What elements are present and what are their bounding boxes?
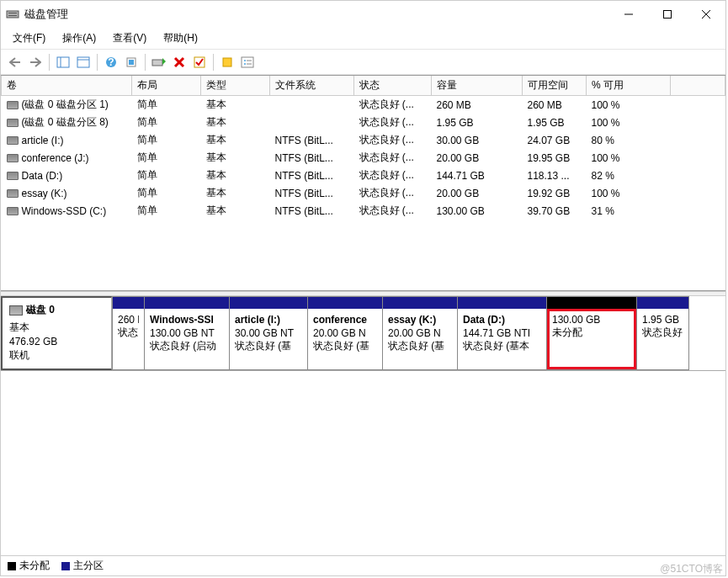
disk-info[interactable]: 磁盘 0 基本 476.92 GB 联机 (1, 296, 112, 370)
svg-rect-14 (129, 60, 134, 65)
back-button[interactable] (6, 53, 24, 72)
volume-icon (7, 207, 19, 215)
partition[interactable]: article (I:)30.00 GB NT状态良好 (基 (230, 296, 308, 370)
properties-button[interactable] (74, 53, 93, 72)
app-icon (6, 8, 19, 21)
partition[interactable]: Windows-SSI130.00 GB NT状态良好 (启动 (145, 296, 230, 370)
col-pct[interactable]: % 可用 (587, 76, 671, 96)
help-button[interactable]: ? (102, 53, 120, 72)
table-row[interactable]: essay (K:)简单基本NTFS (BitL...状态良好 (...20.0… (2, 184, 725, 202)
table-row[interactable]: (磁盘 0 磁盘分区 1)简单基本状态良好 (...260 MB260 MB10… (2, 96, 725, 114)
menu-file[interactable]: 文件(F) (4, 28, 54, 49)
col-extra[interactable] (671, 76, 725, 96)
minimize-button[interactable] (609, 1, 648, 28)
legend-unalloc-icon (8, 562, 16, 570)
partition[interactable]: 1.95 GB状态良好 (637, 296, 689, 370)
col-layout[interactable]: 布局 (132, 76, 201, 96)
partition[interactable]: essay (K:)20.00 GB N状态良好 (基 (383, 296, 458, 370)
window-title: 磁盘管理 (24, 7, 609, 22)
col-free[interactable]: 可用空间 (523, 76, 587, 96)
toolbar: ? (1, 50, 725, 75)
partition[interactable]: Data (D:)144.71 GB NTI状态良好 (基本 (458, 296, 547, 370)
table-row[interactable]: Windows-SSD (C:)简单基本NTFS (BitL...状态良好 (.… (2, 202, 725, 220)
forward-button[interactable] (26, 53, 45, 72)
partition[interactable]: 130.00 GB未分配 (547, 296, 637, 370)
show-hide-tree-button[interactable] (54, 53, 72, 72)
partition-header (113, 297, 144, 309)
table-row[interactable]: article (I:)简单基本NTFS (BitL...状态良好 (...30… (2, 131, 725, 149)
partition-header (458, 297, 546, 309)
partition[interactable]: conference20.00 GB N状态良好 (基 (308, 296, 383, 370)
volume-icon (7, 119, 19, 127)
svg-rect-19 (223, 58, 231, 66)
col-status[interactable]: 状态 (354, 76, 432, 96)
partition-header (383, 297, 457, 309)
disk-type: 基本 (9, 321, 104, 335)
volume-list[interactable]: 卷 布局 类型 文件系统 状态 容量 可用空间 % 可用 (磁盘 0 磁盘分区 … (1, 76, 725, 291)
delete-button[interactable] (170, 53, 189, 72)
col-capacity[interactable]: 容量 (432, 76, 523, 96)
volume-icon (7, 136, 19, 145)
new-button[interactable] (218, 53, 236, 72)
col-type[interactable]: 类型 (201, 76, 270, 96)
volume-icon (7, 172, 19, 180)
disk-graphical-view[interactable]: 磁盘 0 基本 476.92 GB 联机 260 M状态Windows-SSI1… (1, 296, 725, 555)
toolbar-separator (213, 54, 214, 71)
settings-button[interactable] (238, 53, 257, 72)
partition[interactable]: 260 M状态 (112, 296, 145, 370)
menubar: 文件(F) 操作(A) 查看(V) 帮助(H) (1, 28, 725, 50)
partition-header (145, 297, 229, 309)
legend-primary-icon (61, 562, 70, 570)
volume-icon (7, 189, 19, 198)
legend-primary: 主分区 (73, 559, 104, 573)
table-row[interactable]: Data (D:)简单基本NTFS (BitL...状态良好 (...144.7… (2, 167, 725, 184)
partition-header (308, 297, 382, 309)
toolbar-separator (145, 54, 146, 71)
svg-rect-20 (242, 57, 253, 67)
close-button[interactable] (687, 1, 725, 28)
rescan-button[interactable] (150, 53, 168, 72)
maximize-button[interactable] (648, 1, 687, 28)
svg-rect-1 (8, 13, 17, 13)
svg-rect-0 (7, 11, 19, 18)
svg-rect-7 (57, 57, 69, 67)
disk-size: 476.92 GB (9, 336, 104, 347)
partition-header (230, 297, 307, 309)
legend: 未分配 主分区 (1, 555, 725, 575)
toolbar-separator (49, 54, 50, 71)
svg-text:?: ? (108, 56, 114, 68)
disk-state: 联机 (9, 348, 104, 363)
partition-header (547, 297, 636, 309)
refresh-button[interactable] (122, 53, 141, 72)
volume-icon (7, 154, 19, 162)
disk-management-window: 磁盘管理 文件(F) 操作(A) 查看(V) 帮助(H) ? 卷 布局 类型 文… (0, 0, 726, 576)
check-button[interactable] (190, 53, 209, 72)
legend-unalloc: 未分配 (19, 559, 50, 573)
menu-help[interactable]: 帮助(H) (155, 28, 206, 49)
table-row[interactable]: conference (J:)简单基本NTFS (BitL...状态良好 (..… (2, 149, 725, 167)
toolbar-separator (97, 54, 98, 71)
svg-point-21 (244, 60, 246, 61)
svg-rect-4 (664, 11, 672, 19)
svg-rect-2 (8, 15, 17, 16)
menu-action[interactable]: 操作(A) (54, 28, 104, 49)
svg-rect-9 (77, 57, 89, 67)
col-volume[interactable]: 卷 (2, 76, 132, 96)
content-area: 卷 布局 类型 文件系统 状态 容量 可用空间 % 可用 (磁盘 0 磁盘分区 … (1, 75, 725, 575)
disk-name: 磁盘 0 (26, 304, 55, 316)
col-fs[interactable]: 文件系统 (270, 76, 354, 96)
table-row[interactable]: (磁盘 0 磁盘分区 8)简单基本状态良好 (...1.95 GB1.95 GB… (2, 114, 725, 131)
svg-point-22 (244, 63, 246, 65)
disk-row: 磁盘 0 基本 476.92 GB 联机 260 M状态Windows-SSI1… (1, 296, 725, 371)
volume-icon (7, 101, 19, 109)
partition-header (637, 297, 688, 309)
titlebar[interactable]: 磁盘管理 (1, 1, 725, 28)
svg-rect-15 (152, 60, 162, 66)
watermark: @51CTO博客 (660, 562, 723, 576)
menu-view[interactable]: 查看(V) (104, 28, 155, 49)
disk-icon (9, 305, 23, 316)
